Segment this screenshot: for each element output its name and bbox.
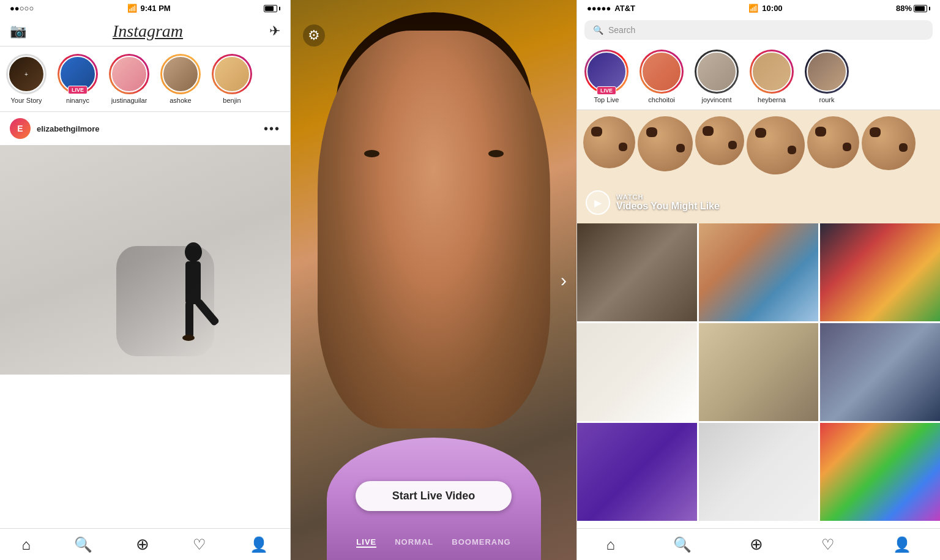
- story-label-benjin: benjin: [223, 97, 241, 104]
- live-story-label-heyberna: heyberna: [758, 96, 786, 103]
- story-item-ashoke[interactable]: ashoke: [159, 54, 202, 104]
- live-badge-ninanyc: LIVE: [68, 86, 88, 94]
- camera-next-button[interactable]: ›: [561, 270, 567, 291]
- post-options-button[interactable]: •••: [264, 122, 280, 136]
- explore-grid: [577, 223, 940, 521]
- play-button[interactable]: ▶: [586, 190, 610, 215]
- camera-mode-bar: LIVE NORMAL BOOMERANG: [291, 537, 576, 548]
- grid-cell-8[interactable]: [699, 423, 819, 521]
- camera-button[interactable]: 📷: [10, 23, 26, 39]
- live-story-avatar-chchoitoi: [641, 51, 682, 92]
- time-feed: 9:41 PM: [141, 4, 171, 13]
- mode-boomerang[interactable]: BOOMERANG: [452, 537, 510, 548]
- nav-profile-button[interactable]: 👤: [250, 536, 268, 553]
- watch-banner[interactable]: ▶ WATCH Videos You Might Like: [577, 110, 940, 223]
- feed-header: 📷 Instagram ✈: [0, 17, 290, 47]
- direct-message-button[interactable]: ✈: [269, 23, 280, 39]
- cookie-6: [862, 116, 916, 170]
- live-story-ring-rourk: [805, 50, 849, 94]
- search-bar[interactable]: 🔍 Search: [584, 20, 933, 40]
- story-ring-ashoke: [160, 54, 201, 94]
- explore-nav-add-button[interactable]: ⊕: [750, 535, 763, 554]
- explore-nav-profile-button[interactable]: 👤: [893, 536, 911, 553]
- story-label-justinaguilar: justinaguilar: [111, 97, 147, 104]
- story-label-ninanyc: ninanyc: [66, 97, 89, 104]
- story-ring-your-story: +: [6, 54, 47, 94]
- story-avatar-ashoke: [162, 56, 199, 92]
- settings-button[interactable]: ⚙: [303, 24, 325, 47]
- post-image: [0, 145, 291, 375]
- carrier-label: AT&T: [614, 4, 635, 13]
- grid-cell-4[interactable]: [577, 323, 697, 421]
- battery-pct-explore: 88%: [896, 4, 912, 13]
- camera-background: [291, 0, 576, 560]
- story-avatar-wrap-justinaguilar: [109, 54, 149, 94]
- live-story-avatar-joyvincent: [696, 51, 737, 92]
- live-story-top-live[interactable]: LIVE Top Live: [582, 50, 631, 103]
- mode-live[interactable]: LIVE: [356, 537, 376, 548]
- live-story-label-chchoitoi: chchoitoi: [648, 96, 674, 103]
- story-ring-benjin: [212, 54, 252, 94]
- explore-nav-search-button[interactable]: 🔍: [673, 536, 692, 553]
- post-username: elizabethgilmore: [37, 124, 258, 133]
- watch-title: Videos You Might Like: [616, 201, 720, 212]
- explore-nav-heart-button[interactable]: ♡: [821, 536, 835, 553]
- live-story-label-rourk: rourk: [819, 96, 834, 103]
- story-avatar-wrap-benjin: [212, 54, 252, 94]
- cookie-2: [638, 116, 693, 171]
- bottom-nav-explore: ⌂ 🔍 ⊕ ♡ 👤: [577, 528, 940, 560]
- bottom-nav-feed: ⌂ 🔍 ⊕ ♡ 👤: [0, 528, 290, 560]
- status-bar-feed: ●●○○○ 📶 9:41 PM: [0, 0, 290, 17]
- post-header: E elizabethgilmore •••: [0, 112, 290, 145]
- start-live-button[interactable]: Start Live Video: [356, 481, 512, 511]
- mode-normal[interactable]: NORMAL: [395, 537, 433, 548]
- grid-cell-6[interactable]: [820, 323, 940, 421]
- battery-icon-explore: [914, 5, 927, 12]
- cookie-5: [807, 116, 859, 168]
- grid-cell-2[interactable]: [699, 223, 819, 321]
- feed-panel: ●●○○○ 📶 9:41 PM 📷 Instagram ✈ +: [0, 0, 291, 560]
- explore-panel: ●●●●● AT&T 📶 10:00 88% 🔍 Search LIVE Top…: [576, 0, 940, 560]
- story-item-your-story[interactable]: + Your Story: [5, 54, 48, 104]
- live-story-heyberna[interactable]: heyberna: [747, 50, 796, 103]
- watch-overlay: ▶ WATCH Videos You Might Like: [586, 190, 720, 215]
- cookie-4: [747, 116, 805, 174]
- live-story-avatar-rourk: [807, 51, 847, 92]
- nav-heart-button[interactable]: ♡: [193, 536, 206, 553]
- grid-cell-3[interactable]: [820, 223, 940, 321]
- live-story-label-joyvincent: joyvincent: [702, 96, 732, 103]
- battery-icon: [264, 5, 277, 12]
- nav-home-button[interactable]: ⌂: [22, 536, 31, 553]
- story-item-ninanyc[interactable]: LIVE ninanyc: [56, 54, 99, 104]
- story-avatar-wrap-ashoke: [160, 54, 201, 94]
- signal-indicator: ●●○○○: [10, 4, 34, 13]
- story-avatar-benjin: [214, 56, 250, 92]
- signal-dots: ●●●●●: [587, 4, 611, 13]
- story-ring-justinaguilar: [109, 54, 149, 94]
- grid-cell-7[interactable]: [577, 423, 697, 521]
- live-story-chchoitoi[interactable]: chchoitoi: [637, 50, 686, 103]
- watch-text: WATCH Videos You Might Like: [616, 193, 720, 212]
- grid-cell-9[interactable]: [820, 423, 940, 521]
- story-avatar-justinaguilar: [111, 56, 147, 92]
- live-story-rourk[interactable]: rourk: [802, 50, 851, 103]
- live-story-avatar-heyberna: [752, 51, 792, 92]
- grid-cell-1[interactable]: [577, 223, 697, 321]
- explore-stories-row: LIVE Top Live chchoitoi joyvincent heybe…: [577, 43, 940, 110]
- story-avatar-wrap-ninanyc: LIVE: [58, 54, 98, 94]
- post-avatar: E: [10, 118, 31, 139]
- story-label-your-story: Your Story: [11, 97, 42, 104]
- nav-search-button[interactable]: 🔍: [74, 536, 92, 553]
- search-icon: 🔍: [593, 25, 603, 35]
- camera-face: [318, 31, 550, 428]
- search-placeholder: Search: [608, 25, 635, 35]
- live-story-joyvincent[interactable]: joyvincent: [692, 50, 741, 103]
- explore-nav-home-button[interactable]: ⌂: [606, 536, 615, 553]
- grid-cell-5[interactable]: [699, 323, 819, 421]
- story-item-justinaguilar[interactable]: justinaguilar: [108, 54, 151, 104]
- live-story-ring-top-live: LIVE: [584, 50, 629, 94]
- story-item-benjin[interactable]: benjin: [211, 54, 253, 104]
- live-story-ring-joyvincent: [695, 50, 739, 94]
- nav-add-button[interactable]: ⊕: [136, 535, 149, 554]
- live-badge-top-live: LIVE: [597, 86, 616, 95]
